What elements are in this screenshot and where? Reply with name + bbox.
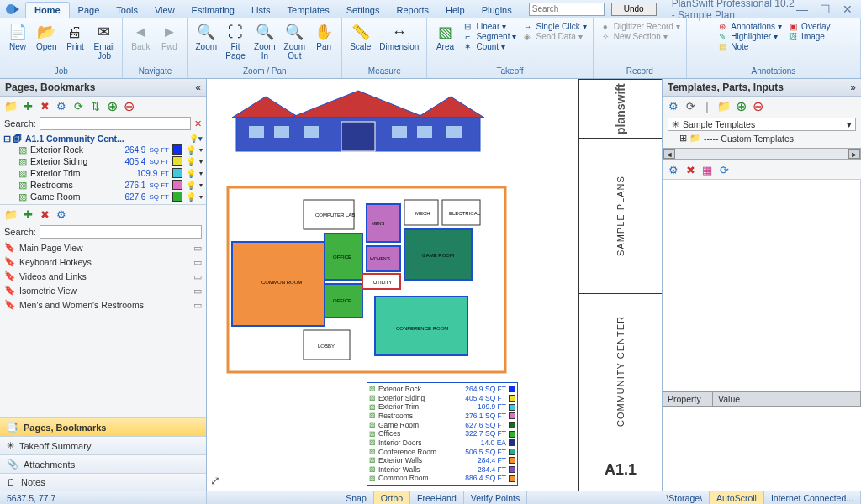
tab-lists[interactable]: Lists: [243, 3, 279, 18]
bookmark-item[interactable]: 🔖Videos and Links▭: [0, 269, 206, 283]
tab-page[interactable]: Page: [70, 3, 108, 18]
open-button[interactable]: 📂Open: [32, 20, 61, 54]
overlay-button[interactable]: ▣Overlay: [787, 22, 830, 31]
search-input[interactable]: [529, 3, 605, 16]
property-body[interactable]: [663, 407, 861, 491]
templates-root-select[interactable]: ✳Sample Templates▾: [668, 118, 856, 131]
svg-rect-10: [417, 126, 432, 138]
maximize-icon[interactable]: ☐: [820, 3, 831, 16]
back-icon: ◄: [130, 22, 151, 42]
fit-page-button[interactable]: ⛶Fit Page: [221, 20, 250, 62]
collapse-icon[interactable]: «: [195, 81, 201, 93]
delete-icon[interactable]: ✖: [38, 99, 51, 113]
linear-button[interactable]: ⊟Linear ▾: [462, 22, 516, 31]
new-section-button[interactable]: ✧New Section ▾: [600, 32, 680, 41]
tab-help[interactable]: Help: [437, 3, 473, 18]
sort-icon[interactable]: ⇅: [88, 99, 102, 113]
scale-button[interactable]: 📏Scale: [346, 20, 375, 54]
right-collapse-icon[interactable]: »: [850, 81, 856, 93]
zoom-out-button[interactable]: 🔍Zoom Out: [280, 20, 310, 62]
image-button[interactable]: 🖼Image: [787, 32, 830, 41]
print-button[interactable]: 🖨Print: [61, 20, 89, 54]
status-autoscroll[interactable]: AutoScroll: [710, 491, 764, 504]
pt-refresh-icon[interactable]: ⟳: [717, 163, 731, 176]
bookmark-item[interactable]: 🔖Men's and Women's Restrooms▭: [0, 297, 206, 312]
note-button[interactable]: ▤Note: [716, 42, 782, 51]
zoom-in-button[interactable]: 🔍Zoom In: [250, 20, 280, 62]
undo-button[interactable]: Undo: [611, 3, 657, 16]
email-job-button[interactable]: ✉Email Job: [89, 20, 119, 62]
tree-item[interactable]: ▧Game Room627.6 SQ FT💡▾: [3, 191, 203, 202]
minimize-icon[interactable]: —: [796, 3, 808, 16]
btab-pages[interactable]: 📑 Pages, Bookmarks: [0, 417, 206, 436]
status-storage[interactable]: \Storage\: [659, 491, 710, 504]
btab-attachments[interactable]: 📎 Attachments: [0, 454, 206, 473]
pt-grid-icon[interactable]: ▦: [700, 163, 714, 176]
area-button[interactable]: ▧Area: [430, 20, 459, 54]
clear-search-icon[interactable]: ✕: [194, 118, 202, 129]
add-icon[interactable]: ✚: [21, 99, 34, 113]
expand-canvas-icon[interactable]: ⤢: [210, 474, 220, 487]
refresh-icon[interactable]: ⟳: [71, 99, 85, 113]
bm-delete-icon[interactable]: ✖: [38, 207, 51, 221]
tab-estimating[interactable]: Estimating: [183, 3, 243, 18]
tab-home[interactable]: Home: [25, 2, 70, 18]
templates-scrollbar[interactable]: ◄►: [663, 148, 861, 160]
tab-reports[interactable]: Reports: [388, 3, 437, 18]
folder-icon[interactable]: 📁: [4, 99, 18, 113]
gear-icon[interactable]: ⚙: [55, 99, 68, 113]
tpl-refresh-icon[interactable]: ⟳: [684, 99, 697, 113]
bm-folder-icon[interactable]: 📁: [4, 207, 18, 221]
status-verify[interactable]: Verify Points: [464, 491, 527, 504]
tpl-minus-icon[interactable]: ⊖: [751, 99, 764, 113]
btab-takeoff-summary[interactable]: ✳ Takeoff Summary: [0, 436, 206, 454]
tree-item[interactable]: ▧Exterior Trim109.9 FT💡▾: [3, 167, 203, 179]
bookmarks-search-input[interactable]: [40, 225, 202, 239]
tree-root[interactable]: ⊟ 🗐 A1.1 Community Cent... 💡▾: [3, 134, 203, 144]
tpl-folder-icon[interactable]: 📁: [717, 99, 731, 113]
tab-templates[interactable]: Templates: [279, 3, 338, 18]
tpl-plus-icon[interactable]: ⊕: [734, 99, 747, 113]
pages-search-input[interactable]: [40, 117, 191, 130]
pan-button[interactable]: ✋Pan: [309, 20, 338, 54]
digitizer-record-button[interactable]: ●Digitizer Record ▾: [600, 22, 680, 31]
drawing-canvas[interactable]: COMPUTER LABMECHELECTRICAL COMMON ROOMOF…: [207, 79, 663, 491]
bm-gear-icon[interactable]: ⚙: [55, 207, 68, 221]
tree-item[interactable]: ▧Exterior Rock264.9 SQ FT💡▾: [3, 144, 203, 155]
segment-button[interactable]: ⌐Segment ▾: [462, 32, 516, 41]
fwd-button[interactable]: ►Fwd: [155, 20, 183, 54]
btab-notes[interactable]: 🗒 Notes: [0, 473, 206, 491]
pt-delete-icon[interactable]: ✖: [684, 163, 697, 176]
bm-search-label: Search:: [4, 227, 36, 237]
dimension-button[interactable]: ↔Dimension: [375, 20, 423, 54]
bookmark-item[interactable]: 🔖Main Page View▭: [0, 240, 206, 255]
tree-item[interactable]: ▧Restrooms276.1 SQ FT💡▾: [3, 179, 203, 191]
bm-add-icon[interactable]: ✚: [21, 207, 34, 221]
tab-view[interactable]: View: [146, 3, 183, 18]
new-button[interactable]: 📄New: [3, 20, 32, 54]
tab-tools[interactable]: Tools: [108, 3, 146, 18]
pan-icon: ✋: [314, 22, 334, 42]
status-freehand[interactable]: FreeHand: [410, 491, 464, 504]
pt-gear-icon[interactable]: ⚙: [667, 163, 680, 176]
minus-icon[interactable]: ⊖: [122, 99, 135, 113]
bookmark-item[interactable]: 🔖Keyboard Hotkeys▭: [0, 255, 206, 269]
svg-text:ELECTRICAL: ELECTRICAL: [449, 211, 481, 216]
zoom-button[interactable]: 🔍Zoom: [191, 20, 221, 54]
close-icon[interactable]: ✕: [843, 3, 853, 16]
templates-child[interactable]: ⊞ 📁 ----- Custom Templates: [668, 131, 856, 145]
back-button[interactable]: ◄Back: [126, 20, 155, 54]
highlighter-button[interactable]: ✎Highlighter ▾: [716, 32, 782, 41]
status-ortho[interactable]: Ortho: [374, 491, 410, 504]
bookmark-item[interactable]: 🔖Isometric View▭: [0, 283, 206, 297]
tab-settings[interactable]: Settings: [338, 3, 388, 18]
plus-icon[interactable]: ⊕: [105, 99, 119, 113]
status-snap[interactable]: Snap: [339, 491, 374, 504]
send-data-button[interactable]: ◈Send Data ▾: [521, 32, 586, 41]
tpl-gear-icon[interactable]: ⚙: [667, 99, 680, 113]
count-button[interactable]: ✶Count ▾: [462, 42, 516, 51]
single-click-button[interactable]: ↔Single Click ▾: [521, 22, 586, 31]
tree-item[interactable]: ▧Exterior Siding405.4 SQ FT💡▾: [3, 155, 203, 167]
tab-plugins[interactable]: Plugins: [473, 3, 520, 18]
annotations-button[interactable]: ⊛Annotations ▾: [716, 22, 782, 31]
